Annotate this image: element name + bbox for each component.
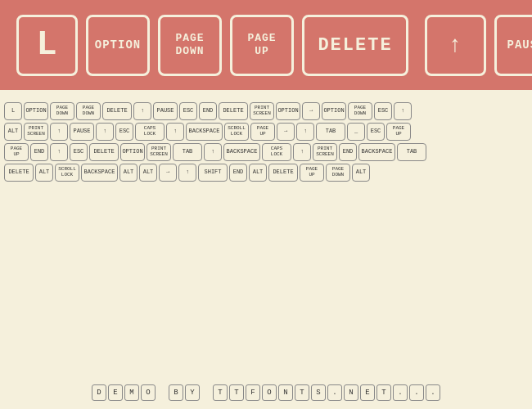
keyboard-area: L option pagedown pagedown DELETE ↑ paus… <box>0 90 532 190</box>
demo-key-n: N <box>278 384 293 401</box>
key-sm: esc <box>179 102 197 120</box>
key-sm: end <box>30 143 48 161</box>
key-sm: pageup <box>386 123 411 141</box>
key-sm: printscreen <box>250 102 274 120</box>
key-sm: BACKSPACE <box>358 143 395 161</box>
key-sm: alt <box>35 164 53 182</box>
key-sm: pagedown <box>348 102 372 120</box>
key-sm: printscreen <box>313 143 337 161</box>
key-sm: scrolllock <box>224 123 249 141</box>
key-sm: option <box>322 102 346 120</box>
key-sm: alt <box>4 123 22 141</box>
key-sm: _ <box>347 123 365 141</box>
key-sm: pageup <box>300 164 324 182</box>
key-sm: pagedown <box>326 164 350 182</box>
key-sm: BACKSPACE <box>223 143 260 161</box>
demo-key-dot1: . <box>327 384 342 401</box>
key-pause-large: pause <box>494 15 532 76</box>
key-sm: BACKSPACE <box>81 164 118 182</box>
key-sm: DELETE <box>89 143 119 161</box>
key-sm: ↑ <box>166 123 184 141</box>
key-sm: printscreen <box>24 123 48 141</box>
demo-key-e2: E <box>360 384 375 401</box>
demo-bar: D E M O B Y T T F O N T S . N E T . . . <box>0 376 532 409</box>
key-uparrow-large: ↑ <box>425 15 486 76</box>
key-row-2: alt printscreen ↑ pause ↑ esc CAPSLOCK ↑… <box>4 123 528 141</box>
key-sm: esc <box>115 123 133 141</box>
key-sm: pagedown <box>76 102 101 120</box>
key-sm: esc <box>374 102 392 120</box>
demo-key-n2: N <box>344 384 358 401</box>
key-sm: L <box>4 102 22 120</box>
key-sm: ↑ <box>133 102 151 120</box>
demo-key-d: D <box>92 384 106 401</box>
key-sm: ↑ <box>204 143 222 161</box>
key-sm: alt <box>119 164 138 182</box>
key-sm: BACKSPACE <box>186 123 223 141</box>
key-sm: alt <box>352 164 370 182</box>
key-sm: DELETE <box>268 164 298 182</box>
key-sm: printscreen <box>147 143 171 161</box>
key-sm: option <box>120 143 145 161</box>
demo-key-b: B <box>169 384 183 401</box>
demo-key-m: M <box>124 384 139 401</box>
key-sm: pagedown <box>50 102 74 120</box>
demo-key-dot4: . <box>426 384 440 401</box>
key-sm: TAB <box>397 143 426 161</box>
key-sm: end <box>339 143 357 161</box>
demo-key-e: E <box>108 384 123 401</box>
key-sm: → <box>302 102 320 120</box>
key-sm: ↑ <box>293 143 311 161</box>
key-sm: ↑ <box>50 143 68 161</box>
demo-space2 <box>201 384 211 401</box>
key-sm: ↑ <box>296 123 314 141</box>
key-sm: ↑ <box>50 123 68 141</box>
demo-space <box>157 384 167 401</box>
key-pagedown-large: pagedown <box>158 15 222 76</box>
key-sm: scrolllock <box>55 164 79 182</box>
key-sm: alt <box>139 164 157 182</box>
key-sm: option <box>276 102 300 120</box>
key-sm: alt <box>249 164 267 182</box>
key-sm: pageup <box>250 123 275 141</box>
demo-key-t3: T <box>295 384 309 401</box>
key-delete-large: DELETE <box>302 15 408 76</box>
key-sm: pause <box>153 102 178 120</box>
key-sm: CAPSLOCK <box>135 123 165 141</box>
key-sm: ↑ <box>178 164 196 182</box>
key-sm: pause <box>70 123 94 141</box>
key-sm: ↑ <box>394 102 412 120</box>
demo-key-o: O <box>141 384 156 401</box>
key-sm: option <box>24 102 48 120</box>
key-sm: DELETE <box>4 164 34 182</box>
key-sm: CAPSLOCK <box>262 143 291 161</box>
demo-key-dot3: . <box>409 384 424 401</box>
key-sm: pageup <box>4 143 29 161</box>
key-row-4: DELETE alt scrolllock BACKSPACE alt alt … <box>4 164 528 182</box>
key-l-large: L <box>16 15 78 76</box>
demo-key-t2: T <box>229 384 244 401</box>
key-sm: end <box>229 164 247 182</box>
key-pageup-large: pageup <box>230 15 294 76</box>
key-row-1: L option pagedown pagedown DELETE ↑ paus… <box>4 102 528 120</box>
key-sm: → <box>159 164 177 182</box>
key-sm: → <box>277 123 295 141</box>
key-sm: ↑ <box>96 123 114 141</box>
demo-key-s: S <box>311 384 326 401</box>
demo-key-dot2: . <box>393 384 408 401</box>
demo-key-f: F <box>246 384 260 401</box>
key-sm: end <box>199 102 217 120</box>
key-row-3: pageup end ↑ esc DELETE option printscre… <box>4 143 528 161</box>
key-option-large: option <box>86 15 150 76</box>
key-sm: DELETE <box>102 102 132 120</box>
demo-key-t1: T <box>213 384 228 401</box>
key-sm: DELETE <box>219 102 248 120</box>
demo-key-t4: T <box>376 384 391 401</box>
key-sm: esc <box>367 123 385 141</box>
top-banner: L option pagedown pageup DELETE ↑ pause <box>0 0 532 90</box>
key-sm: esc <box>70 143 88 161</box>
key-sm: TAB <box>316 123 345 141</box>
key-sm: SHIFT <box>198 164 228 182</box>
demo-key-o2: O <box>262 384 277 401</box>
demo-key-y: Y <box>185 384 200 401</box>
